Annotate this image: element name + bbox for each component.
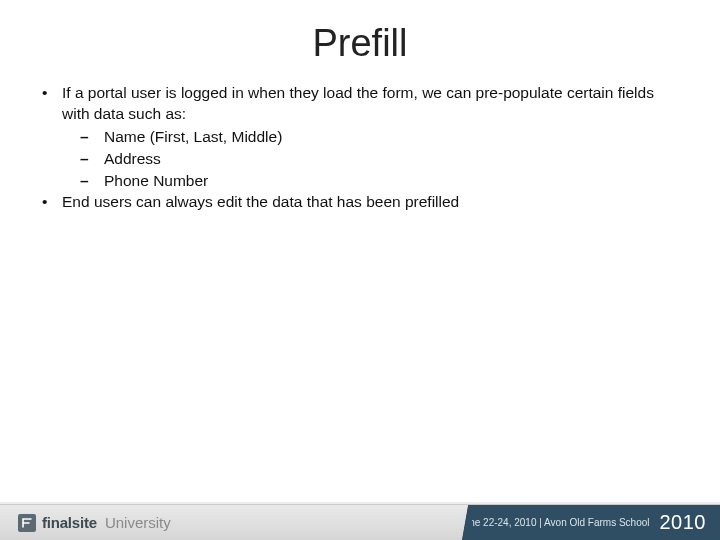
dash-marker: – bbox=[80, 171, 104, 192]
bullet-item: • If a portal user is logged in when the… bbox=[38, 83, 682, 125]
event-info: June 22-24, 2010 | Avon Old Farms School bbox=[459, 517, 650, 528]
sub-bullet-text: Phone Number bbox=[104, 171, 682, 192]
event-year: 2010 bbox=[660, 511, 707, 534]
footer-left: finalsite University bbox=[0, 505, 472, 540]
slide-footer: finalsite University June 22-24, 2010 | … bbox=[0, 498, 720, 540]
brand-name: finalsite bbox=[42, 514, 97, 531]
slide: Prefill • If a portal user is logged in … bbox=[0, 0, 720, 540]
bullet-text: If a portal user is logged in when they … bbox=[62, 83, 682, 125]
sub-bullet-text: Address bbox=[104, 149, 682, 170]
footer-right: June 22-24, 2010 | Avon Old Farms School… bbox=[472, 505, 720, 540]
sub-bullet-text: Name (First, Last, Middle) bbox=[104, 127, 682, 148]
sub-bullet-item: – Name (First, Last, Middle) bbox=[38, 127, 682, 148]
bullet-item: • End users can always edit the data tha… bbox=[38, 192, 682, 213]
bullet-marker: • bbox=[38, 83, 62, 125]
slide-title: Prefill bbox=[0, 0, 720, 83]
finalsite-logo-icon bbox=[18, 514, 36, 532]
dash-marker: – bbox=[80, 127, 104, 148]
dash-marker: – bbox=[80, 149, 104, 170]
sub-bullet-item: – Phone Number bbox=[38, 171, 682, 192]
bullet-text: End users can always edit the data that … bbox=[62, 192, 682, 213]
slide-body: • If a portal user is logged in when the… bbox=[0, 83, 720, 213]
bullet-marker: • bbox=[38, 192, 62, 213]
footer-bar: finalsite University June 22-24, 2010 | … bbox=[0, 504, 720, 540]
sub-bullet-item: – Address bbox=[38, 149, 682, 170]
brand-suffix: University bbox=[105, 514, 171, 531]
